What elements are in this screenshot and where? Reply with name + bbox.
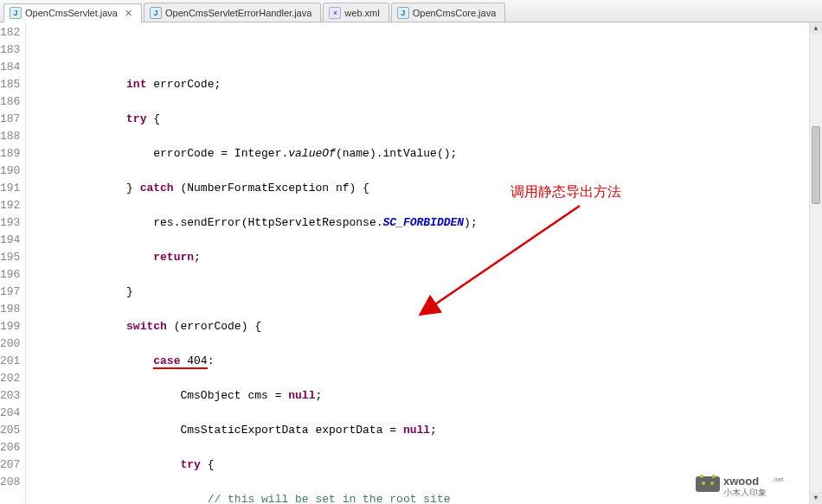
code-line: // this will be set in the root site	[45, 491, 822, 504]
java-file-icon: J	[10, 7, 22, 19]
line-number: 203	[0, 387, 20, 405]
line-number: 182	[0, 24, 20, 41]
scroll-down-icon[interactable]: ▼	[810, 492, 822, 504]
tab-label: OpenCmsCore.java	[413, 8, 497, 18]
code-line: int errorCode;	[45, 76, 822, 93]
line-number: 191	[0, 180, 20, 197]
tab-label: OpenCmsServlet.java	[25, 8, 118, 18]
code-line: CmsStaticExportData exportData = null;	[45, 422, 822, 439]
code-area[interactable]: int errorCode; try { errorCode = Integer…	[26, 22, 822, 504]
xml-file-icon: x	[329, 7, 341, 19]
line-number: 186	[0, 93, 20, 111]
line-number: 208	[0, 474, 20, 491]
tab-label: web.xml	[344, 8, 379, 18]
tab-opencmsservlet[interactable]: J OpenCmsServlet.java ✕	[3, 3, 142, 22]
code-line: return;	[45, 249, 822, 266]
code-line: CmsObject cms = null;	[45, 387, 822, 405]
line-number: 198	[0, 301, 20, 318]
code-line	[45, 41, 822, 59]
line-number: 201	[0, 353, 20, 370]
scroll-up-icon[interactable]: ▲	[810, 22, 822, 35]
tab-opencmscore[interactable]: J OpenCmsCore.java	[391, 3, 506, 22]
code-line: try {	[45, 111, 822, 128]
java-file-icon: J	[150, 7, 162, 19]
java-file-icon: J	[397, 7, 409, 19]
code-line: errorCode = Integer.valueOf(name).intVal…	[45, 145, 822, 163]
line-number: 194	[0, 232, 20, 249]
line-number: 192	[0, 197, 20, 214]
line-number: 190	[0, 163, 20, 180]
line-number: 205	[0, 422, 20, 439]
code-editor[interactable]: 1821831841851861871881891901911921931941…	[0, 22, 822, 504]
line-number: 200	[0, 335, 20, 353]
line-number: 184	[0, 59, 20, 76]
close-icon[interactable]: ✕	[125, 8, 132, 19]
code-line: } catch (NumberFormatException nf) {	[45, 180, 822, 197]
line-number: 202	[0, 370, 20, 387]
line-number: 188	[0, 128, 20, 145]
line-number: 183	[0, 41, 20, 59]
line-number: 195	[0, 249, 20, 266]
vertical-scrollbar[interactable]: ▲ ▼	[809, 22, 822, 504]
code-line: }	[45, 284, 822, 301]
code-line: res.sendError(HttpServletResponse.SC_FOR…	[45, 214, 822, 232]
line-number: 189	[0, 145, 20, 163]
editor-tabbar: J OpenCmsServlet.java ✕ J OpenCmsServlet…	[0, 0, 822, 22]
line-number: 196	[0, 266, 20, 284]
tab-webxml[interactable]: x web.xml	[323, 3, 389, 22]
line-number: 199	[0, 318, 20, 335]
line-number: 207	[0, 456, 20, 474]
tab-label: OpenCmsServletErrorHandler.java	[165, 8, 311, 18]
line-number: 206	[0, 439, 20, 456]
tab-opencmsservleterrorhandler[interactable]: J OpenCmsServletErrorHandler.java	[144, 3, 321, 22]
line-number: 204	[0, 405, 20, 422]
code-line: case 404:	[45, 353, 822, 370]
code-line: switch (errorCode) {	[45, 318, 822, 335]
scrollbar-thumb[interactable]	[812, 126, 820, 204]
line-number: 197	[0, 284, 20, 301]
line-number: 193	[0, 214, 20, 232]
line-number: 187	[0, 111, 20, 128]
line-number-gutter: 1821831841851861871881891901911921931941…	[0, 22, 26, 504]
code-line: try {	[45, 456, 822, 474]
line-number: 185	[0, 76, 20, 93]
